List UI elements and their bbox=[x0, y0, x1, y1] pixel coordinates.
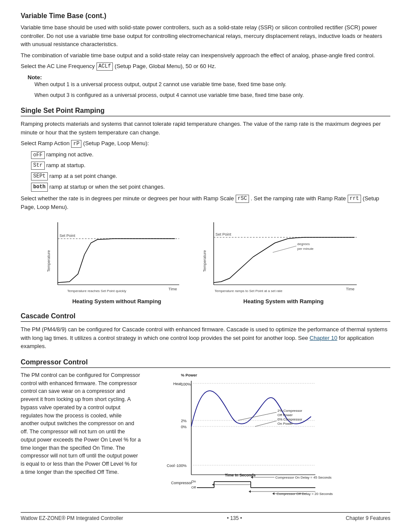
footer-left: Watlow EZ-ZONE® PM Integrated Controller bbox=[21, 515, 123, 521]
chart2-svg: Temperature Set Point degrees per minute bbox=[202, 218, 365, 296]
chart1-container: Temperature Set Point Time Temperature r… bbox=[46, 218, 188, 305]
svg-text:Set Point: Set Point bbox=[59, 233, 75, 238]
chart2-container: Temperature Set Point degrees per minute bbox=[202, 218, 365, 305]
ramp-code-sept: SEPt bbox=[31, 172, 48, 180]
compressor-chart-svg: % Power Heat 100% 2% 0% -100% Cool bbox=[152, 371, 333, 501]
svg-text:On: On bbox=[191, 479, 196, 483]
ramp-item-both: both ramp at startup or when the set poi… bbox=[31, 183, 390, 192]
cascade-control-section: Cascade Control The PM (PM4/8/9) can be … bbox=[21, 312, 390, 351]
svg-text:Off Power: Off Power bbox=[277, 413, 293, 417]
svg-text:Compressor On Delay = 45 Secon: Compressor On Delay = 45 Seconds bbox=[275, 476, 332, 479]
svg-text:Compressor Off Delay = 20 Seco: Compressor Off Delay = 20 Seconds bbox=[277, 492, 333, 496]
svg-marker-46 bbox=[212, 483, 214, 486]
svg-text:Temperature: Temperature bbox=[202, 250, 207, 272]
svg-line-42 bbox=[255, 421, 277, 426]
footer-center: • 135 • bbox=[227, 515, 242, 521]
rp-code: rP bbox=[71, 140, 81, 148]
svg-line-12 bbox=[273, 246, 296, 252]
single-set-point-section: Single Set Point Ramping Ramping protect… bbox=[21, 107, 390, 305]
svg-text:Time: Time bbox=[168, 287, 177, 291]
ramp-list: oFF ramping not active. Str ramp at star… bbox=[31, 150, 390, 192]
ramp-code-off: oFF bbox=[31, 151, 45, 159]
charts-row: Temperature Set Point Time Temperature r… bbox=[21, 218, 390, 305]
chart2-title: Heating System with Ramping bbox=[243, 298, 324, 305]
svg-text:% Power: % Power bbox=[181, 373, 197, 377]
ramp-item-sept: SEPt ramp at a set point change. bbox=[31, 172, 390, 181]
svg-text:Temperature reaches Set Point : Temperature reaches Set Point quickly bbox=[67, 289, 126, 293]
page-content: Variable Time Base (cont.) Variable time… bbox=[21, 12, 390, 521]
variable-time-base-title: Variable Time Base (cont.) bbox=[21, 12, 390, 20]
compressor-text: The PM control can be configured for Com… bbox=[21, 371, 141, 502]
variable-time-base-section: Variable Time Base (cont.) Variable time… bbox=[21, 12, 390, 99]
svg-marker-51 bbox=[249, 490, 251, 493]
svg-text:-100%: -100% bbox=[175, 464, 187, 468]
cascade-control-title: Cascade Control bbox=[21, 312, 390, 322]
rrt-code: rrt bbox=[348, 195, 361, 203]
vtb-para1: Variable time base should be used with s… bbox=[21, 23, 390, 49]
svg-text:0%: 0% bbox=[181, 425, 187, 429]
svg-text:2%: 2% bbox=[181, 419, 187, 423]
svg-text:Time: Time bbox=[346, 287, 355, 291]
svg-text:2% Compressor: 2% Compressor bbox=[277, 409, 302, 413]
compressor-layout: The PM control can be configured for Com… bbox=[21, 371, 390, 502]
vtb-para2: The combination of variable time base ou… bbox=[21, 51, 390, 60]
ramp-code-both: both bbox=[31, 183, 48, 192]
svg-marker-53 bbox=[272, 492, 274, 495]
rsc-code: rSC bbox=[236, 195, 249, 203]
svg-text:Time In Seconds: Time In Seconds bbox=[225, 473, 255, 477]
svg-text:Cool: Cool bbox=[167, 464, 175, 468]
svg-text:0% Compressor: 0% Compressor bbox=[277, 417, 302, 421]
ramp-item-str: Str ramp at startup. bbox=[31, 161, 390, 170]
compressor-chart: % Power Heat 100% 2% 0% -100% Cool bbox=[152, 371, 390, 502]
svg-text:On Power: On Power bbox=[277, 422, 293, 426]
svg-line-39 bbox=[238, 412, 277, 420]
aclf-code: ACLf bbox=[97, 62, 113, 71]
chart1-title: Heating System without Ramping bbox=[72, 298, 162, 305]
svg-text:Off: Off bbox=[191, 485, 196, 489]
footer-bar: Watlow EZ-ZONE® PM Integrated Controller… bbox=[21, 512, 390, 521]
compressor-control-title: Compressor Control bbox=[21, 358, 390, 368]
ramp-code-str: Str bbox=[31, 162, 45, 170]
chart1-svg: Temperature Set Point Time Temperature r… bbox=[46, 218, 188, 296]
note-block: Note: When output 1 is a universal proce… bbox=[28, 74, 390, 100]
footer-right: Chapter 9 Features bbox=[346, 515, 390, 521]
single-set-point-title: Single Set Point Ramping bbox=[21, 107, 390, 116]
note-line1: When output 1 is a universal process out… bbox=[34, 81, 390, 89]
svg-text:100%: 100% bbox=[181, 382, 191, 386]
svg-text:Set Point: Set Point bbox=[215, 232, 231, 236]
ssp-para1: Ramping protects materials and systems t… bbox=[21, 120, 390, 137]
svg-text:Temperature: Temperature bbox=[47, 250, 51, 272]
svg-text:Temperature ramps to Set Point: Temperature ramps to Set Point at a set … bbox=[215, 289, 283, 293]
svg-text:Heat: Heat bbox=[173, 382, 182, 386]
svg-text:degrees: degrees bbox=[297, 242, 310, 246]
ssp-para2: Select Ramp Action rP (Setup Page, Loop … bbox=[21, 139, 390, 148]
compressor-para1: The PM control can be configured for Com… bbox=[21, 371, 141, 476]
svg-text:per minute: per minute bbox=[297, 247, 314, 251]
compressor-control-section: Compressor Control The PM control can be… bbox=[21, 358, 390, 502]
note-label: Note: bbox=[28, 74, 42, 81]
ssp-para3: Select whether the rate is in degrees pe… bbox=[21, 194, 390, 211]
ramp-item-off: oFF ramping not active. bbox=[31, 150, 390, 159]
chapter10-link[interactable]: Chapter 10 bbox=[310, 335, 337, 341]
vtb-para3: Select the AC Line Frequency ACLf (Setup… bbox=[21, 62, 390, 71]
cascade-para1: The PM (PM4/8/9) can be configured for C… bbox=[21, 325, 390, 351]
note-line2: When output 3 is configured as a univers… bbox=[34, 91, 390, 100]
svg-text:Compressor: Compressor bbox=[171, 481, 192, 485]
